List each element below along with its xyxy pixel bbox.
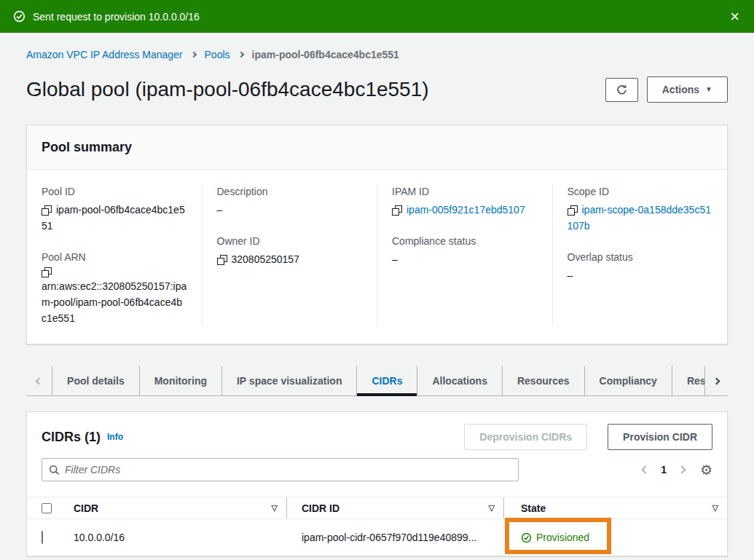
owner-id-field: Owner ID 320805250157 xyxy=(217,234,363,267)
sort-icon[interactable]: ▽ xyxy=(272,503,278,513)
deprovision-cidrs-button[interactable]: Deprovision CIDRs xyxy=(464,424,587,450)
copy-icon[interactable] xyxy=(42,267,51,277)
scope-id-field: Scope ID ipam-scope-0a158dde35c51107b xyxy=(568,184,713,234)
refresh-icon xyxy=(616,84,628,96)
success-check-icon xyxy=(13,10,25,23)
tabs-scroll-right-button[interactable] xyxy=(704,366,728,395)
page-title: Global pool (ipam-pool-06fb4cace4bc1e551… xyxy=(26,78,429,101)
ipam-id-field: IPAM ID ipam-005f921c17ebd5107 xyxy=(392,184,538,218)
table-header-row: CIDR ▽ CIDR ID ▽ State ▽ xyxy=(27,497,727,519)
pool-id-label: Pool ID xyxy=(42,184,187,199)
flash-message: Sent request to provision 10.0.0.0/16 xyxy=(33,11,200,23)
state-cell: Provisioned xyxy=(504,532,727,543)
scope-id-label: Scope ID xyxy=(568,184,713,199)
caret-down-icon: ▼ xyxy=(705,86,712,93)
sort-icon[interactable]: ▽ xyxy=(489,503,495,513)
cidrs-panel: CIDRs (1) Info Deprovision CIDRs Provisi… xyxy=(26,411,728,556)
description-field: Description – xyxy=(217,184,363,218)
owner-id-value: 320805250157 xyxy=(232,253,299,265)
cidr-id-cell: ipam-pool-cidr-0657f970d119e40899... xyxy=(287,532,504,543)
breadcrumb-link-pools[interactable]: Pools xyxy=(205,47,230,62)
tab-label: Resources xyxy=(517,375,570,387)
owner-id-label: Owner ID xyxy=(217,234,363,248)
column-header-cidr[interactable]: CIDR ▽ xyxy=(74,497,287,518)
close-icon[interactable]: × xyxy=(729,9,741,25)
provision-cidr-button[interactable]: Provision CIDR xyxy=(608,424,712,450)
pool-id-field: Pool ID ipam-pool-06fb4cace4bc1e551 xyxy=(42,184,187,234)
copy-icon[interactable] xyxy=(392,205,401,215)
cidrs-panel-title: CIDRs (1) xyxy=(42,430,101,445)
select-all-checkbox[interactable] xyxy=(42,503,52,513)
summary-column-2: Description – Owner ID 320805250157 xyxy=(202,184,377,326)
tab-label: IP space visualization xyxy=(237,375,342,387)
refresh-button[interactable] xyxy=(605,78,638,102)
copy-icon[interactable] xyxy=(42,205,51,215)
tab-label: CIDRs xyxy=(372,375,402,387)
breadcrumb: Amazon VPC IP Address Manager Pools ipam… xyxy=(26,47,728,62)
column-header-cidr-id[interactable]: CIDR ID ▽ xyxy=(287,497,504,518)
provisioned-check-icon xyxy=(521,532,532,543)
chevron-right-icon xyxy=(237,52,243,58)
chevron-left-icon xyxy=(36,377,43,384)
column-header-state[interactable]: State ▽ xyxy=(504,497,727,518)
compliance-status-value: – xyxy=(392,251,538,267)
search-icon xyxy=(49,465,60,476)
pagination-prev-icon[interactable] xyxy=(641,465,649,473)
summary-column-3: IPAM ID ipam-005f921c17ebd5107 Complianc… xyxy=(377,184,552,326)
tab-allocations[interactable]: Allocations xyxy=(417,366,501,395)
sort-icon[interactable]: ▽ xyxy=(712,503,718,513)
filter-cidrs-input[interactable] xyxy=(65,464,511,476)
column-label: CIDR ID xyxy=(302,502,339,514)
pool-arn-label: Pool ARN xyxy=(42,250,187,264)
info-link[interactable]: Info xyxy=(107,432,123,442)
tab-pool-details[interactable]: Pool details xyxy=(52,366,139,395)
pool-arn-value: arn:aws:ec2::320805250157:ipam-pool/ipam… xyxy=(42,280,186,324)
tab-label: Reso xyxy=(687,375,704,387)
scope-id-link[interactable]: ipam-scope-0a158dde35c51107b xyxy=(568,204,711,232)
pool-id-value: ipam-pool-06fb4cace4bc1e551 xyxy=(42,204,185,232)
tabs-scroll-left-button[interactable] xyxy=(26,366,52,395)
cidr-cell: 10.0.0.0/16 xyxy=(74,532,287,543)
copy-icon[interactable] xyxy=(217,255,227,264)
actions-button-label: Actions xyxy=(662,82,699,97)
ipam-id-label: IPAM ID xyxy=(392,184,538,199)
pagination-next-icon[interactable] xyxy=(678,465,686,473)
tab-ip-space-visualization[interactable]: IP space visualization xyxy=(221,366,356,395)
overlap-status-value: – xyxy=(568,267,713,283)
tab-strip: Pool details Monitoring IP space visuali… xyxy=(26,366,728,396)
gear-icon[interactable]: ⚙ xyxy=(700,463,712,477)
compliance-status-field: Compliance status – xyxy=(392,234,538,267)
breadcrumb-current: ipam-pool-06fb4cace4bc1e551 xyxy=(252,47,399,62)
state-badge: Provisioned xyxy=(536,532,589,543)
select-row-checkbox[interactable] xyxy=(42,531,43,544)
pool-arn-field: Pool ARN arn:aws:ec2::320805250157:ipam-… xyxy=(42,250,187,326)
breadcrumb-link-ipam[interactable]: Amazon VPC IP Address Manager xyxy=(26,47,183,62)
actions-button[interactable]: Actions ▼ xyxy=(647,76,728,103)
cidrs-table: CIDR ▽ CIDR ID ▽ State ▽ 10.0.0.0/16 ipa… xyxy=(27,497,727,556)
copy-icon[interactable] xyxy=(568,205,577,215)
tab-label: Monitoring xyxy=(154,375,207,387)
pagination-page-number[interactable]: 1 xyxy=(661,464,667,476)
tab-compliancy[interactable]: Compliancy xyxy=(584,366,672,395)
ipam-id-link[interactable]: ipam-005f921c17ebd5107 xyxy=(407,204,525,216)
success-flashbar: Sent request to provision 10.0.0.0/16 × xyxy=(0,0,754,33)
summary-column-4: Scope ID ipam-scope-0a158dde35c51107b Ov… xyxy=(552,184,728,326)
chevron-right-icon xyxy=(190,52,196,58)
pool-summary-card: Pool summary Pool ID ipam-pool-06fb4cace… xyxy=(26,125,728,344)
tab-monitoring[interactable]: Monitoring xyxy=(139,366,221,395)
tab-label: Pool details xyxy=(67,375,125,387)
filter-cidrs-searchbox xyxy=(42,458,519,481)
table-row: 10.0.0.0/16 ipam-pool-cidr-0657f970d119e… xyxy=(27,519,727,556)
description-value: – xyxy=(217,202,363,218)
column-label: State xyxy=(521,502,546,514)
select-all-header-cell xyxy=(27,497,74,518)
pool-summary-title: Pool summary xyxy=(27,125,727,170)
description-label: Description xyxy=(217,184,363,199)
compliance-status-label: Compliance status xyxy=(392,234,538,248)
page-header: Global pool (ipam-pool-06fb4cace4bc1e551… xyxy=(26,76,728,103)
overlap-status-field: Overlap status – xyxy=(568,250,713,283)
tab-resources[interactable]: Resources xyxy=(502,366,584,395)
row-select-cell xyxy=(27,532,74,543)
tab-truncated[interactable]: Reso xyxy=(672,366,704,395)
tab-cidrs[interactable]: CIDRs xyxy=(356,366,417,395)
